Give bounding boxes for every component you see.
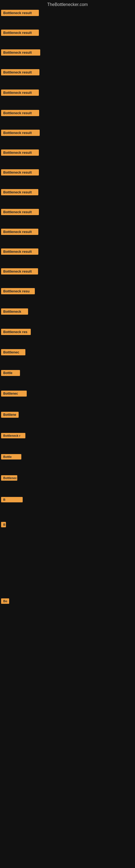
bottleneck-badge[interactable]: Bottleneck: [1, 308, 28, 315]
bottleneck-row: Bottleneck: [1, 307, 135, 316]
bottleneck-row: Bottleneck result: [1, 187, 135, 197]
bottleneck-row: Bottleneck result: [1, 167, 135, 177]
bottleneck-badge[interactable]: Bottlene: [1, 412, 18, 418]
bottleneck-row: Bo: [1, 597, 135, 606]
bottleneck-row: Bottleneck result: [1, 108, 135, 118]
bottleneck-badge[interactable]: Bottleneck result: [1, 30, 39, 36]
bottleneck-badge[interactable]: Bottleneck res: [1, 329, 31, 335]
bottleneck-row: Bottle: [1, 453, 135, 461]
bottleneck-row: Bottlenec: [1, 474, 135, 482]
bottleneck-badge[interactable]: Bottleneck result: [1, 268, 38, 275]
bottleneck-row: Bottlene: [1, 410, 135, 420]
bottleneck-badge[interactable]: Bottleneck result: [1, 130, 40, 136]
bottleneck-badge[interactable]: Bottle: [1, 370, 20, 376]
bottleneck-badge[interactable]: Bottlenec: [1, 391, 27, 397]
bottleneck-rows-container: Bottleneck resultBottleneck resultBottle…: [0, 8, 135, 849]
bottleneck-row: Bottleneck result: [1, 28, 135, 37]
site-title: TheBottlenecker.com: [0, 0, 135, 8]
bottleneck-badge[interactable]: Bottleneck resu: [1, 288, 35, 294]
bottleneck-badge[interactable]: Bottleneck result: [1, 110, 39, 116]
bottleneck-row: Bottleneck resu: [1, 286, 135, 296]
bottleneck-row: Bottleneck result: [1, 67, 135, 77]
bottleneck-badge[interactable]: B: [1, 497, 23, 502]
bottleneck-badge[interactable]: Bottleneck result: [1, 90, 39, 96]
bottleneck-badge[interactable]: Bottlenec: [1, 349, 26, 355]
bottleneck-row: Bottleneck result: [1, 207, 135, 217]
bottleneck-badge[interactable]: Bottleneck result: [1, 229, 38, 235]
bottleneck-badge[interactable]: B: [1, 522, 6, 527]
bottleneck-row: B: [1, 495, 135, 504]
bottleneck-badge[interactable]: Bottleneck result: [1, 10, 39, 16]
bottleneck-row: Bottleneck result: [1, 267, 135, 276]
bottleneck-row: Bottleneck res: [1, 327, 135, 337]
bottleneck-badge[interactable]: Bottleneck result: [1, 69, 39, 75]
bottleneck-badge[interactable]: Bottleneck r: [1, 433, 26, 438]
bottleneck-badge[interactable]: Bottleneck result: [1, 169, 39, 176]
bottleneck-row: Bottlenec: [1, 347, 135, 357]
bottleneck-row: Bottleneck result: [1, 8, 135, 18]
bottleneck-badge[interactable]: Bottleneck result: [1, 150, 39, 156]
bottleneck-row: Bottleneck result: [1, 48, 135, 57]
bottleneck-badge[interactable]: Bottleneck result: [1, 248, 38, 255]
bottleneck-row: Bottleneck result: [1, 148, 135, 157]
bottleneck-row: Bottleneck result: [1, 128, 135, 137]
bottleneck-row: Bottleneck result: [1, 227, 135, 237]
bottleneck-badge[interactable]: Bottle: [1, 454, 21, 460]
bottleneck-badge[interactable]: Bo: [1, 598, 9, 604]
bottleneck-row: Bottleneck r: [1, 431, 135, 440]
bottleneck-row: B: [1, 520, 135, 529]
bottleneck-badge[interactable]: Bottlenec: [1, 475, 17, 480]
bottleneck-row: Bottlenec: [1, 389, 135, 398]
bottleneck-badge[interactable]: Bottleneck result: [1, 50, 40, 56]
bottleneck-row: Bottleneck result: [1, 247, 135, 256]
bottleneck-row: Bottle: [1, 368, 135, 378]
bottleneck-badge[interactable]: Bottleneck result: [1, 189, 38, 195]
bottleneck-row: Bottleneck result: [1, 88, 135, 97]
bottleneck-badge[interactable]: Bottleneck result: [1, 209, 39, 215]
